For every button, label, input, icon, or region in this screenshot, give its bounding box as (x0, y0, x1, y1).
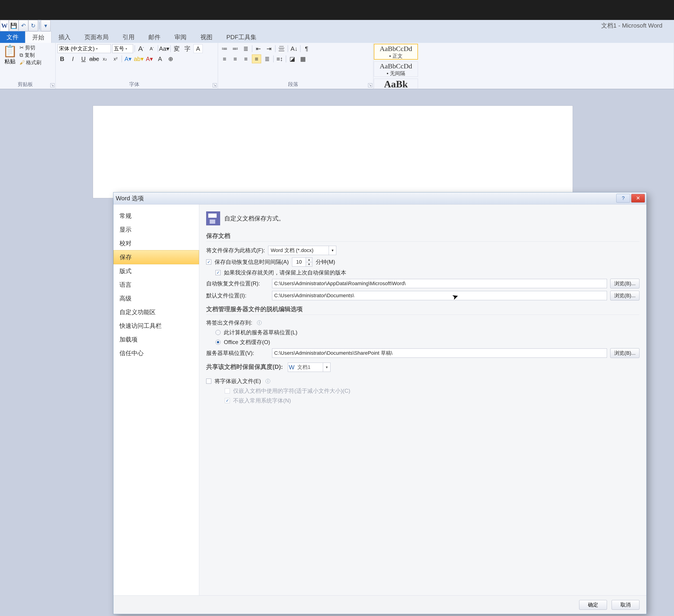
char-shading-button[interactable]: 字 (183, 44, 192, 53)
file-tab[interactable]: 文件 (0, 31, 25, 43)
superscript-button[interactable]: x² (111, 54, 120, 63)
line-spacing-button[interactable]: ≡↕ (275, 54, 285, 63)
shrink-font-button[interactable]: Aˇ (147, 44, 156, 53)
dialog-help-button[interactable]: ? (616, 194, 630, 203)
embed-used-chars-checkbox (225, 388, 230, 393)
qat-customize-button[interactable]: ▾ (41, 20, 50, 31)
align-distribute-button[interactable]: ≣ (262, 54, 272, 63)
italic-button[interactable]: I (68, 54, 78, 63)
qat-save-button[interactable]: 💾 (9, 20, 18, 31)
underline-button[interactable]: U (79, 54, 88, 63)
multilevel-button[interactable]: ≣ (241, 44, 250, 53)
style-no-spacing[interactable]: AaBbCcDd • 无间隔 (374, 61, 418, 77)
app-menu-button[interactable]: W (0, 20, 9, 31)
numbering-button[interactable]: ≕ (231, 44, 240, 53)
autosave-checkbox[interactable] (206, 259, 211, 264)
default-location-value: C:\Users\Administrator\Documents\ (274, 292, 354, 298)
enclose-char-button[interactable]: ⊕ (166, 54, 175, 63)
default-location-input[interactable]: C:\Users\Administrator\Documents\ (272, 291, 607, 300)
sidebar-item-addins[interactable]: 加载项 (113, 333, 199, 346)
qat-redo-button[interactable]: ↻ (28, 20, 38, 31)
tab-view[interactable]: 视图 (194, 31, 219, 43)
grow-font-button[interactable]: Aˆ (136, 44, 146, 53)
dialog-close-button[interactable]: ✕ (631, 194, 645, 203)
tab-mailings[interactable]: 邮件 (141, 31, 167, 43)
text-effects-button[interactable]: A▾ (123, 54, 133, 63)
bold-button[interactable]: B (58, 54, 67, 63)
show-marks-button[interactable]: ¶ (302, 44, 311, 53)
style-normal[interactable]: AaBbCcDd • 正文 (374, 44, 418, 59)
sidebar-item-trust[interactable]: 信任中心 (113, 346, 199, 360)
autorecover-location-input[interactable]: C:\Users\Administrator\AppData\Roaming\M… (272, 279, 607, 288)
sidebar-item-language[interactable]: 语言 (113, 278, 199, 292)
sidebar-item-proofing[interactable]: 校对 (113, 237, 199, 250)
separator (158, 45, 158, 52)
clipboard-launcher[interactable]: ↘ (50, 83, 54, 88)
decrease-indent-button[interactable]: ⇤ (254, 44, 263, 53)
increase-indent-button[interactable]: ⇥ (264, 44, 274, 53)
paragraph-launcher[interactable]: ↘ (368, 83, 372, 88)
font-color-button[interactable]: A▾ (145, 54, 154, 63)
autorecover-browse-button[interactable]: 浏览(B)... (610, 279, 640, 288)
sidebar-item-general[interactable]: 常规 (113, 209, 199, 223)
align-left-button[interactable]: ≡ (220, 54, 229, 63)
align-right-button[interactable]: ≡ (241, 54, 250, 63)
bullets-button[interactable]: ≔ (220, 44, 229, 53)
dialog-titlebar[interactable]: Word 选项 ? ✕ (113, 193, 646, 205)
tab-home[interactable]: 开始 (25, 31, 51, 43)
highlight-button[interactable]: ab▾ (134, 54, 143, 63)
sidebar-item-layout[interactable]: 版式 (113, 264, 199, 278)
char-border-button[interactable]: A (194, 44, 203, 53)
group-label: 字体 (55, 81, 213, 88)
borders-button[interactable]: ▦ (298, 54, 308, 63)
radio-server-drafts[interactable] (215, 330, 221, 335)
document-title: 文档1 - Microsoft Word (601, 20, 662, 31)
embed-fonts-checkbox[interactable] (206, 379, 211, 384)
phonetic-guide-button[interactable]: 変 (172, 44, 182, 53)
strikethrough-button[interactable]: abc (90, 54, 99, 63)
server-drafts-browse-button[interactable]: 浏览(B)... (610, 348, 640, 358)
spin-down-icon[interactable]: ▼ (306, 262, 312, 267)
tab-review[interactable]: 审阅 (167, 31, 194, 43)
paste-button[interactable]: 📋 粘贴 (2, 44, 18, 65)
tab-references[interactable]: 引用 (115, 31, 141, 43)
ltr-button[interactable]: 亖 (277, 44, 286, 53)
info-icon[interactable]: i (265, 379, 270, 383)
sidebar-item-advanced[interactable]: 高级 (113, 292, 199, 305)
cancel-button[interactable]: 取消 (611, 600, 640, 610)
shading-button[interactable]: ◪ (288, 54, 297, 63)
chevron-down-icon[interactable]: ▼ (323, 363, 330, 372)
server-drafts-location-value: C:\Users\Administrator\Documents\SharePo… (274, 350, 392, 357)
sort-button[interactable]: A↓ (290, 44, 299, 53)
spin-up-icon[interactable]: ▲ (306, 258, 312, 262)
copy-button[interactable]: ⧉复制 (19, 52, 41, 58)
tab-pdftools[interactable]: PDF工具集 (219, 31, 263, 43)
sidebar-item-customize-ribbon[interactable]: 自定义功能区 (113, 305, 199, 319)
server-drafts-location-input[interactable]: C:\Users\Administrator\Documents\SharePo… (272, 349, 607, 358)
align-center-button[interactable]: ≡ (231, 54, 240, 63)
align-justify-button[interactable]: ≡ (252, 54, 261, 63)
info-icon[interactable]: i (257, 321, 262, 325)
radio-office-cache[interactable] (215, 340, 221, 345)
ok-button[interactable]: 确定 (579, 600, 607, 610)
default-browse-button[interactable]: 浏览(B)... (610, 291, 640, 300)
subscript-button[interactable]: x₂ (100, 54, 109, 63)
font-size-combo[interactable]: 五号▾ (112, 44, 133, 53)
tab-pagelayout[interactable]: 页面布局 (78, 31, 115, 43)
sidebar-item-save[interactable]: 保存 (113, 250, 199, 264)
save-format-select[interactable]: Word 文档 (*.docx) ▼ (268, 246, 336, 255)
cut-button[interactable]: ✂剪切 (19, 44, 41, 51)
paste-icon: 📋 (2, 44, 18, 58)
char-shading2-button[interactable]: A (155, 54, 165, 63)
sidebar-item-display[interactable]: 显示 (113, 223, 199, 237)
font-launcher[interactable]: ↘ (213, 83, 217, 88)
sidebar-item-qat[interactable]: 快速访问工具栏 (113, 319, 199, 333)
format-painter-button[interactable]: 🖌格式刷 (19, 59, 41, 66)
tab-insert[interactable]: 插入 (51, 31, 78, 43)
change-case-button[interactable]: Aa▾ (159, 44, 169, 53)
autosave-minutes-spinner[interactable]: 10 ▲▼ (292, 257, 312, 267)
keep-last-autosaved-checkbox[interactable] (215, 270, 221, 275)
font-family-combo[interactable]: 宋体 (中文正文)▾ (58, 44, 111, 53)
qat-undo-button[interactable]: ↶ (18, 20, 28, 31)
document-page[interactable] (93, 106, 573, 198)
